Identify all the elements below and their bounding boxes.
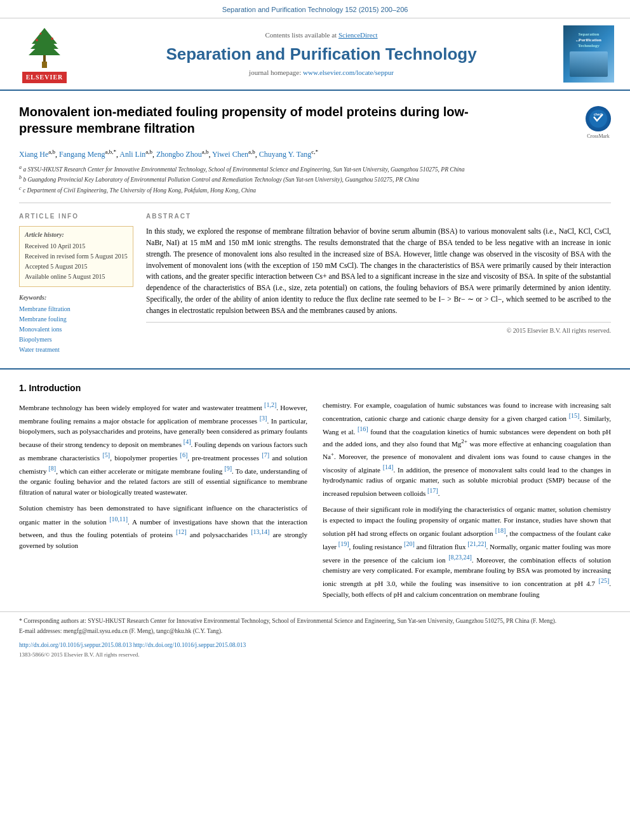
copyright-notice: © 2015 Elsevier B.V. All rights reserved… [146, 322, 611, 335]
crossmark-area[interactable]: check CrossMark [586, 103, 611, 140]
abstract-column: ABSTRACT In this study, we explored the … [146, 212, 611, 356]
journal-thumbnail-area: Separation ⎵Purification Technology [560, 25, 617, 83]
journal-info-center: Contents lists available at ScienceDirec… [83, 30, 560, 78]
keyword-2[interactable]: Membrane fouling [19, 315, 133, 324]
ref-1-2[interactable]: [1,2] [264, 401, 276, 408]
abstract-heading: ABSTRACT [146, 212, 611, 221]
keyword-5[interactable]: Water treatment [19, 345, 133, 354]
sciencedirect-line: Contents lists available at ScienceDirec… [89, 30, 554, 40]
author-yiwei-chen[interactable]: Yiwei Chen [212, 150, 248, 159]
crossmark-label: CrossMark [587, 133, 610, 140]
body-right-column: chemistry. For example, coagulation of h… [323, 400, 611, 605]
ref-21-22[interactable]: [21,22] [467, 540, 486, 547]
journal-reference-bar: Separation and Purification Technology 1… [0, 0, 630, 18]
ref-17[interactable]: [17] [427, 487, 438, 494]
author-zhongbo-zhou[interactable]: Zhongbo Zhou [156, 150, 202, 159]
svg-point-5 [36, 39, 38, 41]
article-title: Monovalent ion-mediated fouling propensi… [19, 103, 481, 137]
article-info-heading: ARTICLE INFO [19, 212, 133, 221]
footnote-section: * Corresponding authors at: SYSU-HKUST R… [0, 611, 630, 636]
author-anli-lin[interactable]: Anli Lin [119, 150, 145, 159]
ref-15[interactable]: [15] [569, 412, 580, 419]
available-date: Available online 5 August 2015 [25, 272, 128, 281]
body-two-column: Membrane technology has been widely empl… [19, 400, 611, 605]
ref-7[interactable]: [7] [262, 451, 269, 458]
body-section: 1. Introduction Membrane technology has … [0, 368, 630, 611]
abstract-text: In this study, we explored the response … [146, 226, 611, 317]
elsevier-branding: ELSEVIER [6, 25, 83, 83]
ref-20[interactable]: [20] [404, 540, 415, 547]
homepage-url[interactable]: www.elsevier.com/locate/seppur [303, 69, 394, 76]
footer-bottom: http://dx.doi.org/10.1016/j.seppur.2015.… [0, 636, 630, 662]
homepage-label: journal homepage: [249, 69, 301, 76]
footnote-corresponding: * Corresponding authors at: SYSU-HKUST R… [19, 617, 611, 625]
ref-14-right[interactable]: [14] [383, 463, 394, 470]
affiliation-a: a a SYSU-HKUST Research Center for Innov… [19, 164, 611, 174]
affiliations-block: a a SYSU-HKUST Research Center for Innov… [19, 164, 611, 195]
article-history-label: Article history: [25, 230, 128, 239]
body-para-4: Because of their significant role in mod… [323, 504, 611, 600]
affiliation-b: b b Guangdong Provincial Key Laboratory … [19, 174, 611, 184]
issn-line: 1383-5866/© 2015 Elsevier B.V. All right… [19, 651, 611, 659]
keyword-1[interactable]: Membrane filtration [19, 305, 133, 314]
doi-link[interactable]: http://dx.doi.org/10.1016/j.seppur.2015.… [19, 641, 611, 650]
elsevier-tree-icon [19, 25, 70, 69]
ref-13-14[interactable]: [13,14] [251, 528, 269, 535]
body-para-2: Solution chemistry has been demonstrated… [19, 503, 307, 551]
ref-4[interactable]: [4] [184, 438, 191, 445]
ref-25[interactable]: [25] [599, 577, 610, 584]
ref-19[interactable]: [19] [338, 540, 349, 547]
author-xiang-he[interactable]: Xiang He [19, 150, 48, 159]
keyword-3[interactable]: Monovalent ions [19, 325, 133, 334]
received-date: Received 10 April 2015 [25, 242, 128, 251]
affiliation-c: c c Department of Civil Engineering, The… [19, 185, 611, 195]
ref-3[interactable]: [3] [260, 415, 267, 422]
footnote-email: E-mail addresses: mengfg@mail.sysu.edu.c… [19, 627, 611, 636]
crossmark-icon: check [589, 109, 608, 128]
keywords-section: Keywords: Membrane filtration Membrane f… [19, 293, 133, 354]
keywords-label: Keywords: [19, 293, 133, 302]
article-header-section: Monovalent ion-mediated fouling propensi… [0, 91, 630, 368]
ref-6[interactable]: [6] [180, 451, 188, 458]
article-history-box: Article history: Received 10 April 2015 … [19, 226, 133, 287]
ref-18[interactable]: [18] [495, 527, 506, 534]
svg-rect-0 [42, 62, 47, 68]
section-1-title: 1. Introduction [19, 382, 611, 395]
body-para-3: chemistry. For example, coagulation of h… [323, 400, 611, 499]
info-abstract-section: ARTICLE INFO Article history: Received 1… [19, 203, 611, 356]
contents-label: Contents lists available at [265, 31, 337, 39]
svg-point-6 [51, 37, 53, 40]
journal-title: Separation and Purification Technology [89, 43, 554, 65]
journal-cover-thumbnail: Separation ⎵Purification Technology [563, 25, 614, 83]
ref-10-11[interactable]: [10,11] [109, 516, 128, 523]
ref-9[interactable]: [9] [224, 465, 232, 472]
ref-12[interactable]: [12] [176, 528, 187, 535]
ref-5[interactable]: [5] [102, 451, 110, 458]
journal-reference-text: Separation and Purification Technology 1… [222, 6, 408, 13]
article-info-column: ARTICLE INFO Article history: Received 1… [19, 212, 133, 356]
svg-point-7 [40, 33, 42, 35]
crossmark-logo[interactable]: check [586, 106, 611, 131]
title-row: Monovalent ion-mediated fouling propensi… [19, 103, 611, 142]
ref-8-23-24[interactable]: [8,23,24] [448, 554, 472, 561]
authors-line: Xiang Hea,b, Fangang Menga,b,*, Anli Lin… [19, 148, 611, 160]
elsevier-wordmark: ELSEVIER [22, 72, 67, 83]
keyword-4[interactable]: Biopolymers [19, 335, 133, 344]
revised-date: Received in revised form 5 August 2015 [25, 252, 128, 261]
accepted-date: Accepted 5 August 2015 [25, 262, 128, 271]
journal-header: ELSEVIER Contents lists available at Sci… [0, 18, 630, 91]
sciencedirect-link[interactable]: ScienceDirect [338, 31, 378, 39]
doi-url-text: http://dx.doi.org/10.1016/j.seppur.2015.… [133, 642, 246, 648]
body-para-1: Membrane technology has been widely empl… [19, 400, 307, 498]
body-left-column: Membrane technology has been widely empl… [19, 400, 307, 605]
ref-8[interactable]: [8] [48, 465, 56, 472]
ref-16[interactable]: [16] [358, 425, 368, 432]
author-fangang-meng[interactable]: Fangang Meng [59, 150, 105, 159]
journal-homepage: journal homepage: www.elsevier.com/locat… [89, 68, 554, 77]
author-chuyang-tang[interactable]: Chuyang Y. Tang [259, 150, 312, 159]
